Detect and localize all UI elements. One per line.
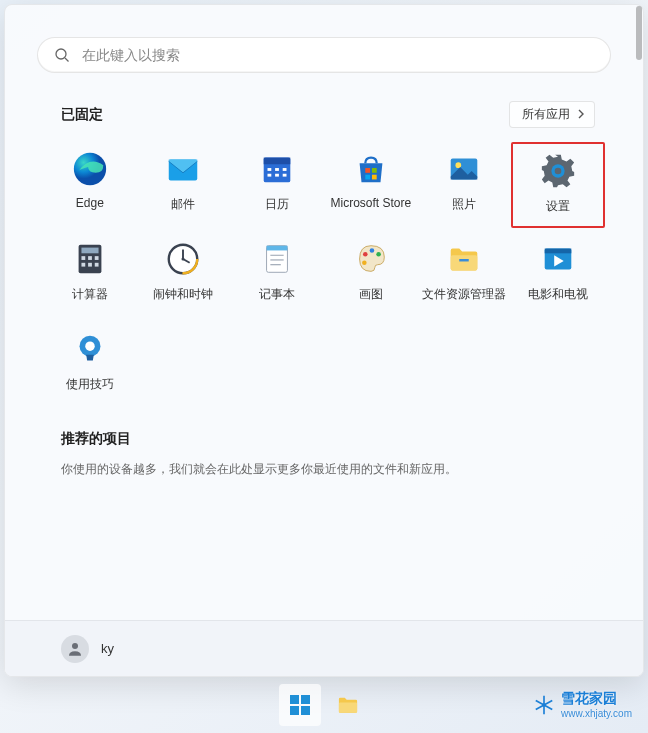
app-label: 邮件: [171, 196, 195, 213]
app-tile-notepad[interactable]: 记事本: [230, 232, 324, 318]
notepad-icon: [258, 240, 296, 278]
svg-rect-6: [268, 168, 272, 171]
svg-rect-53: [339, 702, 357, 712]
svg-rect-13: [372, 168, 377, 173]
svg-rect-52: [301, 706, 310, 715]
search-icon: [54, 47, 70, 63]
svg-rect-22: [81, 256, 85, 260]
start-menu-footer: ky: [5, 620, 643, 676]
tips-icon: [71, 330, 109, 368]
recommended-title: 推荐的项目: [61, 430, 587, 448]
watermark-title: 雪花家园: [561, 690, 617, 706]
app-label: 日历: [265, 196, 289, 213]
mail-icon: [164, 150, 202, 188]
recommended-section: 推荐的项目 你使用的设备越多，我们就会在此处显示更多你最近使用的文件和新应用。: [5, 408, 643, 479]
pinned-title: 已固定: [61, 106, 103, 124]
svg-rect-15: [372, 175, 377, 180]
paint-icon: [352, 240, 390, 278]
svg-point-48: [72, 643, 78, 649]
svg-rect-26: [88, 263, 92, 267]
svg-point-39: [369, 248, 374, 253]
pinned-header: 已固定 所有应用: [5, 101, 643, 128]
store-icon: [352, 150, 390, 188]
svg-point-40: [376, 252, 381, 257]
svg-rect-50: [301, 695, 310, 704]
app-label: 设置: [546, 198, 570, 215]
svg-rect-45: [545, 249, 572, 254]
app-label: 文件资源管理器: [422, 286, 506, 303]
svg-rect-7: [275, 168, 279, 171]
avatar-icon: [61, 635, 89, 663]
start-menu-panel: 已固定 所有应用 Edge: [4, 4, 644, 677]
app-tile-explorer[interactable]: 文件资源管理器: [418, 232, 512, 318]
user-name-label: ky: [101, 641, 114, 656]
app-tile-clock[interactable]: 闹钟和时钟: [137, 232, 231, 318]
pinned-apps-grid: Edge 邮件 日历: [5, 142, 643, 408]
clock-icon: [164, 240, 202, 278]
app-tile-tips[interactable]: 使用技巧: [43, 322, 137, 408]
svg-point-57: [542, 703, 546, 707]
svg-rect-21: [81, 248, 98, 254]
calculator-icon: [71, 240, 109, 278]
app-label: 记事本: [259, 286, 295, 303]
snowflake-icon: [533, 694, 555, 716]
svg-rect-14: [365, 175, 370, 180]
svg-point-47: [85, 341, 95, 351]
scrollbar-thumb[interactable]: [636, 6, 642, 60]
svg-rect-11: [283, 174, 287, 177]
svg-rect-24: [95, 256, 99, 260]
svg-line-1: [65, 58, 69, 62]
recommended-text: 你使用的设备越多，我们就会在此处显示更多你最近使用的文件和新应用。: [61, 460, 587, 479]
svg-rect-34: [267, 246, 288, 251]
svg-rect-12: [365, 168, 370, 173]
svg-rect-5: [264, 158, 291, 165]
svg-rect-27: [95, 263, 99, 267]
taskbar-explorer-button[interactable]: [327, 684, 369, 726]
svg-rect-8: [283, 168, 287, 171]
explorer-icon: [445, 240, 483, 278]
svg-point-32: [182, 257, 185, 260]
taskbar-start-button[interactable]: [279, 684, 321, 726]
app-label: 照片: [452, 196, 476, 213]
app-tile-movies[interactable]: 电影和电视: [511, 232, 605, 318]
svg-rect-9: [268, 174, 272, 177]
app-tile-calculator[interactable]: 计算器: [43, 232, 137, 318]
app-label: 画图: [359, 286, 383, 303]
user-account-button[interactable]: ky: [61, 635, 114, 663]
svg-rect-10: [275, 174, 279, 177]
watermark: 雪花家园 www.xhjaty.com: [533, 690, 632, 719]
svg-rect-42: [451, 255, 478, 270]
app-tile-photos[interactable]: 照片: [418, 142, 512, 228]
photos-icon: [445, 150, 483, 188]
svg-point-41: [362, 261, 367, 266]
svg-point-38: [363, 252, 368, 257]
svg-point-19: [555, 168, 562, 175]
app-label: 计算器: [72, 286, 108, 303]
app-label: 闹钟和时钟: [153, 286, 213, 303]
svg-rect-23: [88, 256, 92, 260]
app-tile-paint[interactable]: 画图: [324, 232, 418, 318]
svg-rect-43: [460, 259, 470, 261]
movies-icon: [539, 240, 577, 278]
all-apps-button[interactable]: 所有应用: [509, 101, 595, 128]
scrollbar-track[interactable]: [636, 6, 642, 671]
app-tile-store[interactable]: Microsoft Store: [324, 142, 418, 228]
svg-rect-49: [290, 695, 299, 704]
app-tile-calendar[interactable]: 日历: [230, 142, 324, 228]
search-bar[interactable]: [37, 37, 611, 73]
svg-point-0: [56, 49, 66, 59]
calendar-icon: [258, 150, 296, 188]
watermark-url: www.xhjaty.com: [561, 708, 632, 719]
app-tile-settings[interactable]: 设置: [511, 142, 605, 228]
all-apps-label: 所有应用: [522, 106, 570, 123]
chevron-right-icon: [576, 108, 586, 122]
search-input[interactable]: [82, 47, 594, 63]
app-label: 电影和电视: [528, 286, 588, 303]
app-label: 使用技巧: [66, 376, 114, 393]
settings-icon: [539, 152, 577, 190]
app-tile-edge[interactable]: Edge: [43, 142, 137, 228]
app-label: Microsoft Store: [330, 196, 411, 210]
app-tile-mail[interactable]: 邮件: [137, 142, 231, 228]
svg-rect-51: [290, 706, 299, 715]
edge-icon: [71, 150, 109, 188]
